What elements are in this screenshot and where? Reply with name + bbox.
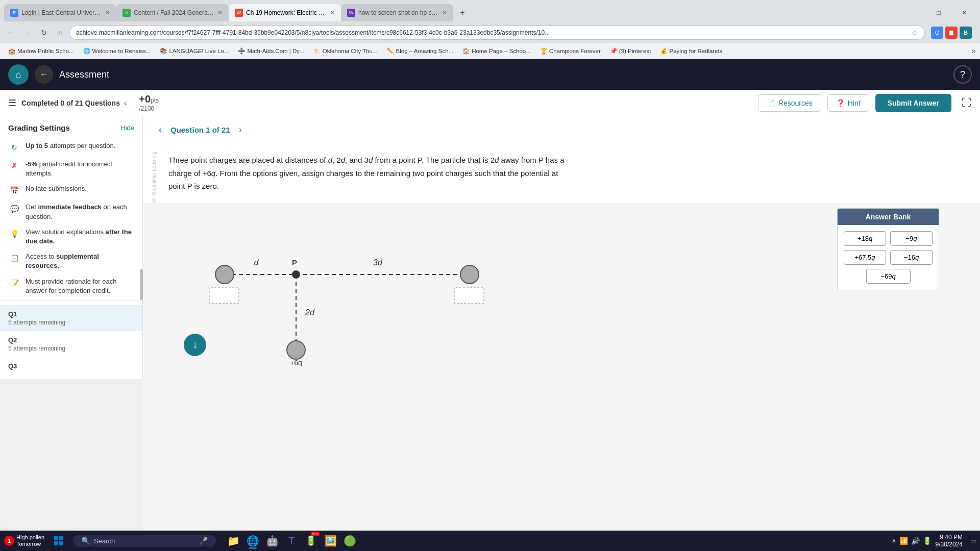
question-number-label: Question 1 of 21	[167, 126, 233, 134]
taskbar-photos[interactable]: 🖼️	[321, 532, 339, 550]
answer-chip-neg69q[interactable]: −69q	[866, 269, 911, 284]
scroll-down-button[interactable]: ↓	[184, 334, 206, 356]
grading-items: ↻ Up to 5 attempts per question. ✗ -5% p…	[0, 136, 142, 300]
answer-chip-675q[interactable]: +67.5q	[844, 250, 886, 265]
answer-chip-neg16q[interactable]: −16q	[890, 250, 933, 265]
toolbar-right: 📄 Resources ❓ Hint Submit Answer ⛶	[758, 94, 972, 112]
microphone-icon: 🎤	[199, 537, 208, 545]
bookmark-language[interactable]: 📚 LANGUAGE! Live Lo...	[156, 46, 233, 56]
question-item-q3[interactable]: Q3	[0, 357, 142, 375]
more-bookmarks-button[interactable]: »	[971, 46, 976, 56]
tab-4[interactable]: W how to screen shot on hp comp... ✕	[341, 4, 453, 21]
bookmark-champions[interactable]: 🏆 Champions Forever	[536, 46, 605, 56]
profile-icon[interactable]: B	[960, 27, 972, 39]
score-value: +0pts	[139, 93, 159, 105]
show-desktop-icon[interactable]: ▭	[967, 537, 976, 544]
new-tab-button[interactable]: +	[455, 6, 470, 20]
svg-rect-11	[209, 287, 239, 304]
ext-icon-1[interactable]: G	[931, 27, 943, 39]
taskbar-file-explorer[interactable]: 📁	[224, 532, 242, 550]
taskbar-search[interactable]: 🔍 Search 🎤	[73, 535, 216, 547]
tab-4-close[interactable]: ✕	[442, 9, 447, 16]
tab-1[interactable]: E Login | East Central University ✕	[4, 4, 116, 21]
hide-link[interactable]: Hide	[120, 124, 134, 132]
bookmark-renaiss[interactable]: 🌐 Welcome to Renaiss...	[79, 46, 155, 56]
bookmark-redlands[interactable]: 💰 Paying for Redlands	[656, 46, 726, 56]
bookmark-marlow-favicon: 🏫	[8, 47, 15, 55]
grading-text-rationale: Must provide rationale for each answer f…	[26, 277, 134, 295]
score-section: +0pts /2100	[139, 93, 159, 112]
tab-3-close[interactable]: ✕	[330, 9, 335, 16]
menu-icon[interactable]: ☰	[8, 97, 16, 109]
svg-rect-16	[59, 541, 63, 545]
app-title: Assessment	[59, 69, 953, 80]
home-button[interactable]: ⌂	[53, 26, 67, 40]
extension-icons: G 📋 B	[927, 27, 976, 39]
rationale-icon: 📝	[8, 277, 20, 289]
forward-nav-button[interactable]: →	[20, 26, 35, 40]
back-nav-button[interactable]: ←	[4, 26, 18, 40]
maximize-button[interactable]: □	[927, 5, 950, 21]
expand-icon[interactable]: ⛶	[962, 97, 972, 109]
chevron-up-icon[interactable]: ∧	[892, 537, 896, 544]
bookmark-homepage[interactable]: 🏠 Home Page – Schoo...	[458, 46, 535, 56]
time-display[interactable]: 9:40 PM 9/30/2024	[936, 534, 963, 548]
bookmark-blog[interactable]: ✏️ Blog – Amazing Sch...	[383, 46, 458, 56]
bookmark-marlow[interactable]: 🏫 Marlow Public Scho...	[4, 46, 78, 56]
taskbar-chrome[interactable]: 🟢	[340, 532, 359, 550]
svg-rect-12	[454, 287, 484, 304]
bookmark-math[interactable]: ➗ Math-Aids.Com | Dy...	[234, 46, 308, 56]
system-icons: ∧ 📶 🔊 🔋	[892, 537, 932, 545]
resources-button[interactable]: 📄 Resources	[758, 94, 821, 112]
url-bar[interactable]: achieve.macmillanlearning.com/courses/f7…	[69, 26, 925, 40]
battery-status-icon[interactable]: 🔋	[923, 537, 932, 545]
svg-rect-14	[59, 536, 63, 540]
taskbar-teams[interactable]: T	[282, 532, 301, 550]
prev-question-button[interactable]: ‹	[153, 122, 167, 137]
browser-chrome: E Login | East Central University ✕ A Co…	[0, 0, 980, 59]
start-button[interactable]	[48, 532, 69, 550]
svg-text:d: d	[254, 258, 259, 267]
taskbar-notification: 1 High pollen Tomorrow	[4, 534, 44, 547]
grading-item-late: 📅 No late submissions.	[8, 181, 134, 199]
grading-settings-title: Grading Settings	[8, 123, 70, 132]
wifi-icon[interactable]: 📶	[899, 537, 908, 545]
question-item-q1[interactable]: Q1 5 attempts remaining	[0, 305, 142, 331]
help-button[interactable]: ?	[953, 65, 972, 84]
svg-text:2d: 2d	[305, 308, 315, 317]
ext-icon-2[interactable]: 📋	[945, 27, 958, 39]
q2-attempts: 5 attempts remaining	[8, 345, 134, 352]
tab-2[interactable]: A Content / Fall 2024 General Ph... ✕	[116, 4, 229, 21]
volume-icon[interactable]: 🔊	[911, 537, 920, 545]
collapse-button[interactable]: ‹	[124, 98, 127, 108]
answer-chip-18q[interactable]: +18q	[844, 231, 886, 246]
tab-1-close[interactable]: ✕	[105, 9, 110, 16]
next-question-button[interactable]: ›	[233, 122, 248, 137]
question-item-q2[interactable]: Q2 5 attempts remaining	[0, 331, 142, 357]
taskbar-battery-indicator[interactable]: 🔋 99+	[302, 532, 320, 550]
back-button[interactable]: ←	[35, 65, 53, 84]
answer-chip-neg9q[interactable]: −9q	[890, 231, 933, 246]
bookmark-math-favicon: ➗	[238, 47, 245, 55]
tab-2-close[interactable]: ✕	[217, 9, 223, 16]
home-button[interactable]: ⌂	[8, 64, 29, 85]
taskbar-copilot[interactable]: 🤖	[263, 532, 281, 550]
bookmark-star-icon[interactable]: ☆	[912, 29, 918, 37]
hint-button[interactable]: ❓ Hint	[827, 94, 869, 112]
grading-item-solution: 💡 View solution explanations after the d…	[8, 224, 134, 249]
edge-icon: 🌐	[247, 535, 259, 547]
taskbar-edge[interactable]: 🌐	[243, 532, 262, 550]
reload-button[interactable]: ↻	[37, 26, 51, 40]
minimize-button[interactable]: ─	[901, 5, 925, 21]
tab-3[interactable]: W Ch 19 Homework: Electric Pote... ✕	[229, 4, 341, 21]
bookmark-pinterest[interactable]: 📌 (9) Pinterest	[606, 46, 655, 56]
submit-answer-button[interactable]: Submit Answer	[875, 94, 951, 112]
hint-icon: ❓	[836, 99, 845, 107]
answer-bank-header: Answer Bank	[838, 209, 939, 225]
x-icon: ✗	[8, 160, 20, 172]
grading-item-feedback: 💬 Get immediate feedback on each questio…	[8, 199, 134, 224]
window-controls: ─ □ ✕	[901, 5, 976, 21]
bookmark-okc[interactable]: ⛅ Oklahoma City Thu...	[309, 46, 382, 56]
close-button[interactable]: ✕	[952, 5, 976, 21]
svg-text:P: P	[292, 258, 297, 267]
